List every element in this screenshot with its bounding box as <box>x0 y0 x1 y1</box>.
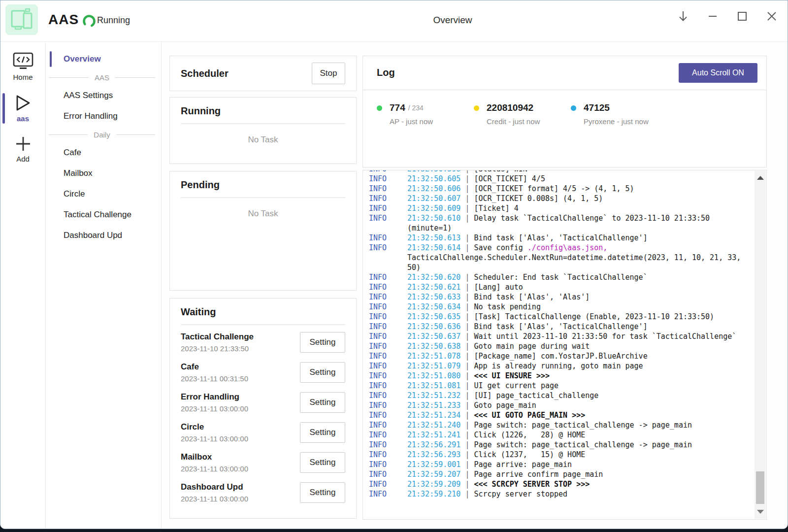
nav-item-label: Overview <box>64 54 101 64</box>
log-separator: | <box>460 214 474 223</box>
task-setting-button[interactable]: Setting <box>300 452 345 473</box>
log-entry: INFO21:32:51.233 | Goto page_main <box>369 400 743 410</box>
log-entry: INFO21:32:50.613 | Bind task ['Alas', 'T… <box>369 233 743 243</box>
log-level: INFO <box>369 371 407 381</box>
log-timestamp: 21:32:50.620 <box>407 273 460 282</box>
nav-item-aas-settings[interactable]: AAS Settings <box>46 85 161 106</box>
task-setting-button[interactable]: Setting <box>300 482 345 503</box>
log-message: Wait until 2023-11-10 21:33:50 for task … <box>474 332 736 341</box>
dashboard-label: AP - just now <box>390 117 474 126</box>
log-message: [Package_name] com.YostarJP.BlueArchive <box>474 352 647 361</box>
log-entry: INFO21:32:51.241 | Click (1226, 28) @ HO… <box>369 430 743 440</box>
log-timestamp: 21:32:51.081 <box>407 381 460 390</box>
waiting-task-info: Error Handling2023-11-11 03:00:00 <box>181 392 300 413</box>
nav-item-mailbox[interactable]: Mailbox <box>46 163 161 184</box>
scheduler-title: Scheduler <box>181 68 229 79</box>
divider-label: Daily <box>94 131 110 139</box>
waiting-task-next-run: 2023-11-11 03:00:00 <box>181 404 300 413</box>
task-setting-button[interactable]: Setting <box>300 392 345 413</box>
divider <box>181 123 345 124</box>
log-level: INFO <box>369 272 407 282</box>
log-timestamp: 21:32:59.001 <box>407 460 460 469</box>
window-controls <box>674 7 781 25</box>
status-dot-icon <box>571 105 576 111</box>
log-level: INFO <box>369 174 407 184</box>
divider <box>181 197 345 198</box>
stop-button[interactable]: Stop <box>312 63 345 84</box>
page-title: Overview <box>433 15 472 26</box>
log-entry: INFO21:32:51.081 | UI get current page <box>369 381 743 391</box>
log-separator: | <box>460 391 474 400</box>
hide-to-tray-button[interactable] <box>674 7 692 25</box>
log-timestamp: 21:32:50.621 <box>407 283 460 292</box>
log-entry: INFO21:32:50.635 | [Task] TacticalChalle… <box>369 312 743 322</box>
waiting-task-info: Dashboard Upd2023-11-11 03:00:00 <box>181 482 300 503</box>
dashboard-value-row: 47125 <box>571 102 668 113</box>
divider-line <box>115 77 155 78</box>
scroll-down-arrow-icon[interactable] <box>757 510 764 514</box>
scroll-up-arrow-icon[interactable] <box>757 176 764 180</box>
log-level: INFO <box>369 400 407 410</box>
log-timestamp: 21:32:59.209 <box>407 480 460 489</box>
log-separator: | <box>460 381 474 390</box>
log-message: UI get current page <box>474 381 558 390</box>
log-lines: INFO21:32:50.598 | [Status] WININFO21:32… <box>369 170 743 499</box>
log-message: Goto page_main <box>474 401 536 410</box>
active-indicator <box>2 93 5 124</box>
log-separator: | <box>460 342 474 351</box>
task-setting-button[interactable]: Setting <box>300 362 345 383</box>
log-entry: INFO21:32:50.634 | No task pending <box>369 302 743 312</box>
nav-item-label: Error Handling <box>64 111 118 121</box>
log-timestamp: 21:32:51.233 <box>407 401 460 410</box>
nav-item-circle[interactable]: Circle <box>46 184 161 204</box>
log-timestamp: 21:32:50.606 <box>407 184 460 193</box>
log-separator: | <box>460 362 474 370</box>
nav-item-dashboard-upd[interactable]: Dashboard Upd <box>46 225 161 246</box>
nav-item-error-handling[interactable]: Error Handling <box>46 106 161 127</box>
waiting-task-row: Error Handling2023-11-11 03:00:00Setting <box>181 387 345 417</box>
nav-item-overview[interactable]: Overview <box>46 49 161 69</box>
waiting-task-row: Circle2023-11-11 03:00:00Setting <box>181 417 345 447</box>
dashboard-total: / 234 <box>408 104 424 112</box>
log-level: INFO <box>369 213 407 223</box>
nav-section-divider: AAS <box>46 69 161 85</box>
log-message: Goto main page during wait <box>474 342 590 351</box>
auto-scroll-toggle[interactable]: Auto Scroll ON <box>679 63 757 83</box>
log-title: Log <box>377 67 395 78</box>
rail-item-aas[interactable]: aas <box>0 91 45 126</box>
nav-item-label: Cafe <box>64 148 81 158</box>
log-level: INFO <box>369 351 407 361</box>
log-separator: | <box>460 204 474 213</box>
scrollbar-thumb[interactable] <box>756 471 764 504</box>
log-message: [OCR_TICKET 0.008s] (4, 1, 5) <box>474 194 603 203</box>
nav-item-label: Tactical Challenge <box>64 210 131 220</box>
log-message: <<< SCRCPY SERVER STOP >>> <box>474 480 590 489</box>
log-entry: INFO21:32:50.607 | [OCR_TICKET 0.008s] (… <box>369 194 743 203</box>
log-level: INFO <box>369 460 407 469</box>
rail-item-add[interactable]: Add <box>0 133 45 166</box>
pending-empty-text: No Task <box>181 209 345 219</box>
task-setting-button[interactable]: Setting <box>300 422 345 443</box>
main-content: Scheduler Stop Running No Task Pending N… <box>162 42 788 529</box>
divider-line <box>49 134 88 135</box>
log-message: Page switch: page_tactical_challenge -> … <box>474 440 692 449</box>
log-entry: INFO21:32:50.636 | Bind task ['Alas', 'T… <box>369 322 743 332</box>
nav-item-cafe[interactable]: Cafe <box>46 142 161 163</box>
log-level: INFO <box>369 361 407 371</box>
rail-item-home[interactable]: Home <box>0 49 45 84</box>
task-setting-button[interactable]: Setting <box>300 332 345 353</box>
log-entry: INFO21:32:50.606 | [OCR_TICKET format] 4… <box>369 184 743 194</box>
close-button[interactable] <box>763 7 781 25</box>
log-entry: INFO21:32:50.621 | [Lang] auto <box>369 282 743 292</box>
log-timestamp: 21:32:50.613 <box>407 233 460 242</box>
log-scrollbar[interactable] <box>755 171 766 519</box>
log-entry: INFO21:32:50.637 | Wait until 2023-11-10… <box>369 332 743 341</box>
maximize-button[interactable] <box>733 7 751 25</box>
log-message: [OCR_TICKET format] 4/5 -> (4, 1, 5) <box>474 184 634 193</box>
log-separator: | <box>460 302 474 311</box>
minimize-button[interactable] <box>704 7 722 25</box>
log-message: Page arrive: page_main <box>474 460 572 469</box>
nav-item-tactical-challenge[interactable]: Tactical Challenge <box>46 204 161 225</box>
log-entry: INFO21:32:50.633 | Bind task ['Alas', 'A… <box>369 292 743 302</box>
waiting-task-name: Circle <box>181 422 300 432</box>
